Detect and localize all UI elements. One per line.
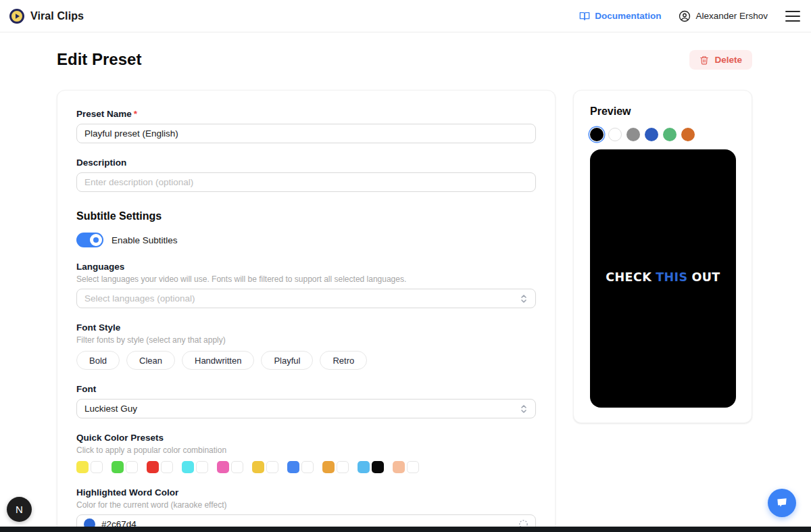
color-preset-pair[interactable] [322,461,349,473]
brand-name: Viral Clips [30,10,84,22]
font-style-options: BoldCleanHandwrittenPlayfulRetro [76,351,536,370]
documentation-link[interactable]: Documentation [579,11,661,22]
description-label: Description [76,158,536,168]
video-preview: CHECKTHISOUT [590,149,736,408]
description-group: Description [76,158,536,192]
color-swatch [322,461,335,473]
book-icon [579,11,590,22]
color-swatch [91,461,103,473]
font-style-pill-retro[interactable]: Retro [320,351,367,370]
color-preset-pair[interactable] [182,461,208,473]
highlighted-word-color-label: Highlighted Word Color [76,487,536,498]
chat-bubble-icon [775,496,789,510]
preset-name-label: Preset Name* [76,109,536,119]
edit-preset-form: Preset Name* Description Subtitle Settin… [57,90,556,532]
color-swatch [231,461,243,473]
color-swatch [126,461,138,473]
color-preset-pair[interactable] [252,461,278,473]
color-swatch [358,461,370,473]
languages-select[interactable]: Select languages (optional) [76,289,536,308]
chevron-up-down-icon [520,404,528,414]
caption-word-highlighted: THIS [656,270,687,284]
user-name: Alexander Ershov [695,11,768,21]
viral-clips-logo-icon [9,9,24,24]
font-label: Font [76,384,536,394]
color-swatch [372,461,384,473]
color-preset-pair[interactable] [217,461,243,473]
color-swatch [147,461,159,473]
page-title: Edit Preset [57,50,141,69]
font-style-pill-handwritten[interactable]: Handwritten [182,351,254,370]
font-style-label: Font Style [76,322,536,333]
font-selected-value: Luckiest Guy [84,404,137,414]
color-preset-pair[interactable] [76,461,103,473]
chat-widget-button[interactable] [768,489,796,517]
font-style-pill-playful[interactable]: Playful [261,351,313,370]
color-preset-pair[interactable] [393,461,419,473]
quick-color-presets-helper: Click to apply a popular color combinati… [76,445,536,455]
caption-word: OUT [691,270,720,284]
color-swatch [301,461,314,473]
color-preset-pair[interactable] [147,461,173,473]
color-swatch [287,461,299,473]
font-style-pill-bold[interactable]: Bold [76,351,120,370]
subtitle-settings-heading: Subtitle Settings [76,210,536,222]
preview-heading: Preview [590,105,735,118]
color-swatch [76,461,89,473]
color-swatch [182,461,194,473]
highlighted-word-color-group: Highlighted Word Color Color for the cur… [76,487,536,532]
preview-background-dot[interactable] [608,128,622,141]
color-preset-pair[interactable] [358,461,384,473]
color-swatch [112,461,124,473]
font-select[interactable]: Luckiest Guy [76,399,536,418]
subtitle-caption: CHECKTHISOUT [590,270,736,284]
highlighted-word-color-helper: Color for the current word (karaoke effe… [76,500,536,510]
quick-color-presets-group: Quick Color Presets Click to apply a pop… [76,433,536,473]
preset-name-input[interactable] [76,124,536,143]
preview-card: Preview CHECKTHISOUT [573,90,752,423]
user-avatar-icon [679,10,691,22]
enable-subtitles-label: Enable Subtitles [112,235,178,245]
brand[interactable]: Viral Clips [9,9,84,24]
languages-helper: Select languages your video will use. Fo… [76,274,536,284]
color-swatch [161,461,173,473]
font-style-pill-clean[interactable]: Clean [126,351,175,370]
documentation-label: Documentation [595,11,661,21]
quick-color-presets-label: Quick Color Presets [76,433,536,443]
description-input[interactable] [76,172,536,192]
required-asterisk: * [134,109,137,119]
languages-label: Languages [76,262,536,272]
color-swatch [266,461,278,473]
enable-subtitles-toggle[interactable] [76,233,103,247]
screen-edge-strip [0,527,811,532]
preview-background-dot[interactable] [626,128,640,141]
app-header: Viral Clips Documentation Alexander Ersh… [0,0,811,32]
dev-tools-badge[interactable]: N [7,497,32,522]
user-menu[interactable]: Alexander Ershov [679,10,768,22]
preview-background-dot[interactable] [645,128,658,141]
font-style-group: Font Style Filter fonts by style (select… [76,322,536,370]
quick-color-presets [76,461,536,473]
color-swatch [337,461,349,473]
menu-icon[interactable] [785,11,800,22]
font-group: Font Luckiest Guy [76,384,536,418]
caption-word: CHECK [606,270,652,284]
color-preset-pair[interactable] [287,461,314,473]
preview-background-options [590,128,735,141]
chevron-up-down-icon [520,294,528,304]
color-swatch [196,461,208,473]
color-swatch [407,461,419,473]
font-style-helper: Filter fonts by style (select any that a… [76,335,536,345]
preview-background-dot[interactable] [681,128,695,141]
color-swatch [252,461,264,473]
languages-group: Languages Select languages your video wi… [76,262,536,308]
trash-icon [699,55,709,65]
preset-name-group: Preset Name* [76,109,536,143]
preview-background-dot[interactable] [663,128,677,141]
color-preset-pair[interactable] [112,461,138,473]
color-swatch [393,461,405,473]
preview-background-dot[interactable] [590,128,604,141]
color-swatch [217,461,229,473]
enable-subtitles-row: Enable Subtitles [76,233,536,247]
delete-button[interactable]: Delete [689,50,752,70]
